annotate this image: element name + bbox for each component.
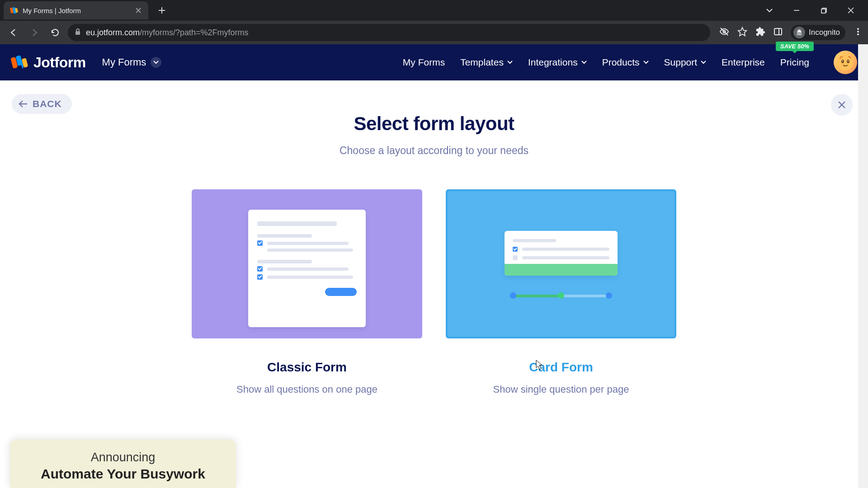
incognito-label: Incognito <box>809 28 840 37</box>
browser-tab-strip: My Forms | Jotform <box>0 0 868 21</box>
chevron-down-icon <box>701 61 706 64</box>
svg-point-27 <box>837 54 854 70</box>
incognito-icon <box>793 27 805 38</box>
lock-icon <box>74 28 81 38</box>
arrow-left-icon <box>18 100 28 108</box>
address-text: eu.jotform.com/myforms/?path=%2Fmyforms <box>86 28 249 38</box>
minimize-icon[interactable] <box>788 2 805 19</box>
nav-pricing[interactable]: SAVE 50% Pricing <box>780 57 809 68</box>
app-header: Jotform My Forms My Forms Templates Inte… <box>0 44 868 80</box>
svg-marker-14 <box>738 28 746 36</box>
card-form-illustration <box>446 189 676 338</box>
svg-rect-8 <box>821 9 826 13</box>
svg-point-21 <box>857 31 859 33</box>
forward-icon[interactable] <box>26 24 42 41</box>
tab-title: My Forms | Jotform <box>23 7 130 14</box>
chevron-down-icon <box>581 61 587 64</box>
window-controls <box>761 0 868 21</box>
side-panel-icon[interactable] <box>774 27 783 38</box>
nav-integrations[interactable]: Integrations <box>528 57 587 68</box>
classic-form-illustration <box>192 189 422 338</box>
chevron-down-icon <box>151 57 161 68</box>
incognito-indicator[interactable]: Incognito <box>791 25 845 40</box>
window-close-icon[interactable] <box>843 2 859 19</box>
svg-rect-11 <box>75 31 80 35</box>
brand-name: Jotform <box>33 54 86 71</box>
breadcrumb-label: My Forms <box>102 56 146 68</box>
page-subtitle: Choose a layout according to your needs <box>0 145 868 157</box>
menu-icon[interactable] <box>854 27 863 38</box>
page-title: Select form layout <box>0 113 868 135</box>
classic-form-desc: Show all questions on one page <box>192 384 422 395</box>
svg-point-22 <box>857 33 859 35</box>
svg-point-30 <box>842 61 843 61</box>
nav-products[interactable]: Products <box>602 57 649 68</box>
logo-icon <box>11 54 28 71</box>
svg-point-18 <box>800 33 802 35</box>
nav-enterprise[interactable]: Enterprise <box>722 57 765 68</box>
reload-icon[interactable] <box>47 24 63 41</box>
nav-templates[interactable]: Templates <box>460 57 513 68</box>
popup-line-1: Announcing <box>28 450 218 465</box>
card-form-desc: Show single question per page <box>446 384 676 395</box>
classic-form-option[interactable]: Classic Form Show all questions on one p… <box>192 189 422 395</box>
card-form-option[interactable]: Card Form Show single question per page <box>446 189 676 395</box>
popup-line-2: Automate Your Busywork <box>28 466 218 482</box>
browser-tab[interactable]: My Forms | Jotform <box>4 1 148 19</box>
address-bar[interactable]: eu.jotform.com/myforms/?path=%2Fmyforms <box>68 24 710 41</box>
chevron-down-icon <box>507 61 513 64</box>
save-badge: SAVE 50% <box>776 42 814 51</box>
tab-search-icon[interactable] <box>761 2 778 19</box>
scrollbar[interactable] <box>858 44 868 488</box>
brand-logo[interactable]: Jotform <box>11 54 86 71</box>
nav-my-forms[interactable]: My Forms <box>403 57 445 68</box>
classic-form-title: Classic Form <box>192 360 422 375</box>
back-label: BACK <box>33 99 62 109</box>
favicon-icon <box>10 6 18 14</box>
svg-point-31 <box>848 61 849 61</box>
eye-off-icon[interactable] <box>719 27 729 38</box>
chevron-down-icon <box>643 61 649 64</box>
star-icon[interactable] <box>737 27 747 38</box>
announcement-popup[interactable]: Announcing Automate Your Busywork <box>10 440 236 488</box>
svg-rect-15 <box>774 28 782 35</box>
back-icon[interactable] <box>5 24 22 41</box>
browser-toolbar: eu.jotform.com/myforms/?path=%2Fmyforms … <box>0 21 868 44</box>
maximize-icon[interactable] <box>816 2 832 19</box>
close-button[interactable] <box>831 94 853 116</box>
close-icon <box>837 100 846 109</box>
card-form-title: Card Form <box>446 360 676 375</box>
main-content: BACK Select form layout Choose a layout … <box>0 80 868 488</box>
back-button[interactable]: BACK <box>12 94 72 114</box>
new-tab-button[interactable] <box>155 3 169 18</box>
nav-support[interactable]: Support <box>664 57 707 68</box>
avatar[interactable] <box>834 51 857 74</box>
svg-point-17 <box>797 33 799 35</box>
tab-close-icon[interactable] <box>135 7 142 14</box>
svg-point-20 <box>857 28 859 30</box>
extensions-icon[interactable] <box>755 27 765 38</box>
main-nav: My Forms Templates Integrations Products… <box>403 51 857 74</box>
breadcrumb[interactable]: My Forms <box>102 56 162 68</box>
